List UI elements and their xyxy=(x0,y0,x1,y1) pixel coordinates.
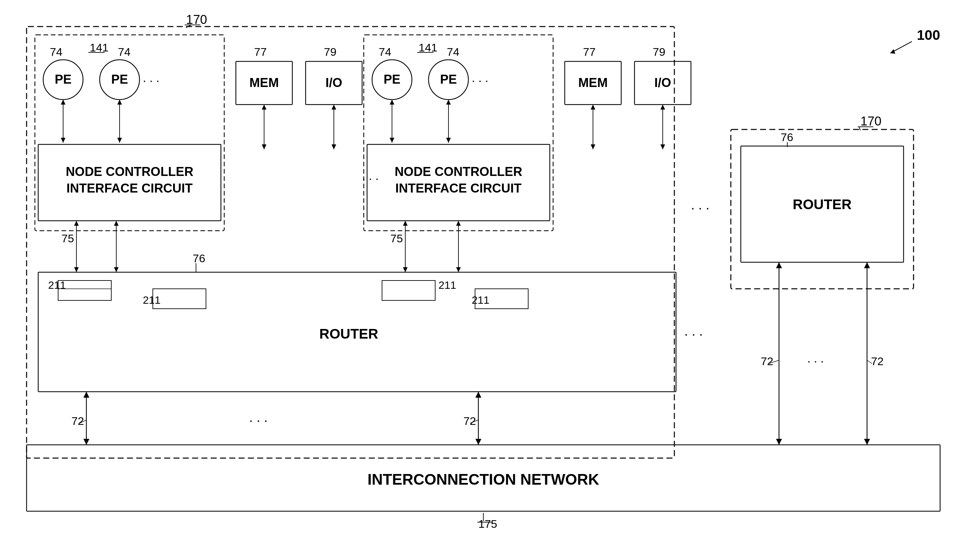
dots-right-mid: · · · xyxy=(691,200,710,215)
diagram-container: 100 170 141 PE 74 PE 74 · · · xyxy=(0,0,973,560)
svg-marker-80 xyxy=(776,439,782,445)
ref-211-4: 211 xyxy=(472,294,489,306)
svg-marker-36 xyxy=(390,138,394,143)
svg-rect-2 xyxy=(27,27,674,458)
svg-marker-64 xyxy=(84,439,89,445)
mem-label-left: MEM xyxy=(249,76,279,90)
svg-marker-51 xyxy=(591,144,595,149)
io-label-right: I/O xyxy=(654,76,671,90)
ncic-label-right-2: INTERFACE CIRCUIT xyxy=(395,181,522,195)
ref-72-2: 72 xyxy=(463,415,476,427)
ref-72-1: 72 xyxy=(72,415,84,427)
ref-72-3: 72 xyxy=(761,355,773,367)
dots-right-bottom: · · · xyxy=(807,354,824,368)
svg-marker-21 xyxy=(114,267,119,272)
ref-74-4: 74 xyxy=(447,45,460,58)
ref-77-left: 77 xyxy=(254,45,267,58)
svg-rect-59 xyxy=(58,280,111,289)
svg-marker-65 xyxy=(84,392,89,398)
ref-77-right: 77 xyxy=(583,45,596,58)
ref-170-main: 170 xyxy=(186,13,207,27)
ref-211-3: 211 xyxy=(438,279,456,291)
svg-marker-29 xyxy=(331,144,336,149)
svg-rect-61 xyxy=(382,280,435,300)
svg-marker-43 xyxy=(403,267,408,272)
ref-74-2: 74 xyxy=(118,45,130,58)
svg-marker-39 xyxy=(446,138,451,143)
svg-marker-46 xyxy=(456,267,461,272)
dots-far-right: · · · xyxy=(684,327,703,341)
svg-marker-19 xyxy=(74,221,79,226)
pe-1-left: PE xyxy=(55,72,72,86)
svg-marker-30 xyxy=(331,105,336,110)
dots-pe-right: · · · xyxy=(472,74,488,87)
ref-141-left: 141 xyxy=(90,41,109,54)
svg-marker-40 xyxy=(446,100,451,105)
svg-marker-37 xyxy=(390,100,394,105)
ref-75-right: 75 xyxy=(390,232,403,245)
mem-label-right: MEM xyxy=(578,76,608,90)
ref-175: 175 xyxy=(478,518,497,530)
router-label-right: ROUTER xyxy=(792,197,851,212)
pe-2-right: PE xyxy=(440,72,457,86)
svg-marker-15 xyxy=(117,100,122,105)
pe-1-right: PE xyxy=(384,72,401,86)
svg-marker-85 xyxy=(864,262,870,268)
svg-marker-54 xyxy=(660,144,665,149)
ref-76-right: 76 xyxy=(781,131,793,143)
pe-2-left: PE xyxy=(111,72,128,86)
svg-marker-84 xyxy=(864,439,870,445)
ref-74-3: 74 xyxy=(379,45,391,58)
dots-middle-top: · · · xyxy=(362,172,379,185)
ref-74-1: 74 xyxy=(50,45,62,58)
svg-marker-81 xyxy=(776,262,782,268)
svg-marker-44 xyxy=(403,221,408,226)
svg-marker-14 xyxy=(117,138,122,143)
svg-rect-58 xyxy=(58,280,111,300)
svg-marker-18 xyxy=(74,267,79,272)
router-label-main: ROUTER xyxy=(319,326,378,342)
svg-marker-68 xyxy=(475,439,481,445)
main-diagram-svg: 100 170 141 PE 74 PE 74 · · · xyxy=(0,0,973,560)
interconnection-network-label: INTERCONNECTION NETWORK xyxy=(368,471,599,488)
svg-marker-27 xyxy=(262,105,266,110)
ref-100: 100 xyxy=(917,27,940,43)
svg-rect-60 xyxy=(153,289,206,309)
ncic-label-left-1: NODE CONTROLLER xyxy=(66,165,193,178)
dots-middle-bottom: · · · xyxy=(249,413,268,428)
ref-72-4: 72 xyxy=(871,355,884,367)
dots-pe-left: · · · xyxy=(143,74,159,87)
svg-marker-55 xyxy=(660,105,665,110)
svg-marker-26 xyxy=(262,144,266,149)
ref-76-main: 76 xyxy=(193,252,205,265)
ref-211-2: 211 xyxy=(143,294,160,306)
ncic-label-left-2: INTERFACE CIRCUIT xyxy=(67,181,193,195)
svg-marker-1 xyxy=(890,49,895,54)
svg-marker-47 xyxy=(456,221,461,226)
svg-marker-22 xyxy=(114,221,119,226)
svg-marker-69 xyxy=(475,392,481,398)
ref-211-1: 211 xyxy=(48,279,66,291)
ref-170-right: 170 xyxy=(860,114,881,128)
ref-141-right: 141 xyxy=(418,41,438,54)
ref-79-left: 79 xyxy=(324,45,336,58)
ref-75-left: 75 xyxy=(62,232,74,245)
ref-79-right: 79 xyxy=(653,45,665,58)
io-label-left: I/O xyxy=(326,76,343,90)
svg-marker-12 xyxy=(61,100,65,105)
svg-marker-52 xyxy=(591,105,595,110)
ncic-label-right-1: NODE CONTROLLER xyxy=(395,165,522,178)
